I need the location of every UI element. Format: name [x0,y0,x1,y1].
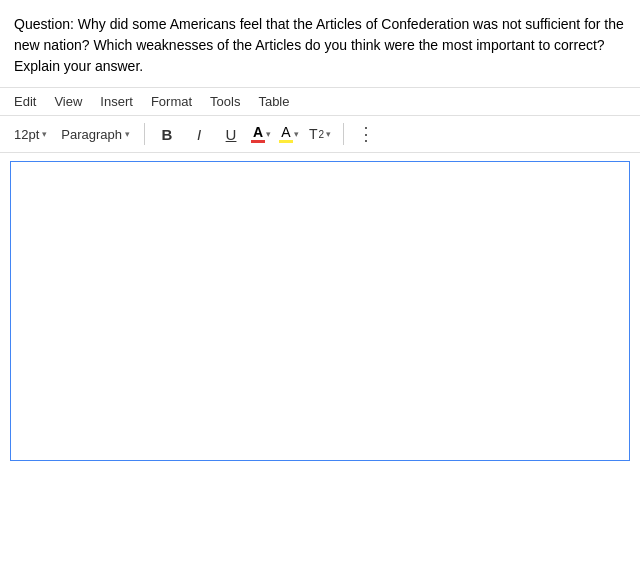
menu-item-format[interactable]: Format [151,92,192,111]
superscript-sup-label: 2 [319,129,325,140]
editor-content-area[interactable] [10,161,630,461]
highlight-chevron-icon: ▾ [294,129,299,139]
menu-item-tools[interactable]: Tools [210,92,240,111]
italic-label: I [197,126,201,143]
bold-label: B [162,126,173,143]
font-color-bar [251,140,265,143]
highlight-color-button[interactable]: A ▾ [277,123,301,145]
underline-label: U [226,126,237,143]
question-area: Question: Why did some Americans feel th… [0,0,640,87]
more-options-button[interactable]: ⋮ [352,121,380,147]
italic-button[interactable]: I [185,121,213,147]
highlight-icon: A [279,125,293,143]
underline-button[interactable]: U [217,121,245,147]
highlight-label: A [281,125,290,139]
font-color-label: A [253,125,263,139]
menu-item-table[interactable]: Table [258,92,289,111]
paragraph-chevron-icon: ▾ [125,129,130,139]
font-color-button[interactable]: A ▾ [249,123,273,145]
menu-item-edit[interactable]: Edit [14,92,36,111]
font-size-selector[interactable]: 12pt ▾ [10,125,51,144]
divider-2 [343,123,344,145]
font-color-chevron-icon: ▾ [266,129,271,139]
paragraph-style-value: Paragraph [61,127,122,142]
more-icon: ⋮ [357,123,376,145]
font-color-icon: A [251,125,265,143]
question-text: Question: Why did some Americans feel th… [14,14,626,77]
highlight-bar [279,140,293,143]
bold-button[interactable]: B [153,121,181,147]
paragraph-style-selector[interactable]: Paragraph ▾ [55,125,136,144]
menu-item-insert[interactable]: Insert [100,92,133,111]
superscript-base-label: T [309,126,318,142]
menu-bar: Edit View Insert Format Tools Table [0,87,640,116]
superscript-chevron-icon: ▾ [326,129,331,139]
menu-item-view[interactable]: View [54,92,82,111]
font-size-value: 12pt [14,127,39,142]
divider-1 [144,123,145,145]
toolbar: 12pt ▾ Paragraph ▾ B I U A ▾ A ▾ T2 ▾ [0,116,640,153]
font-size-chevron-icon: ▾ [42,129,47,139]
superscript-button[interactable]: T2 ▾ [305,124,335,144]
